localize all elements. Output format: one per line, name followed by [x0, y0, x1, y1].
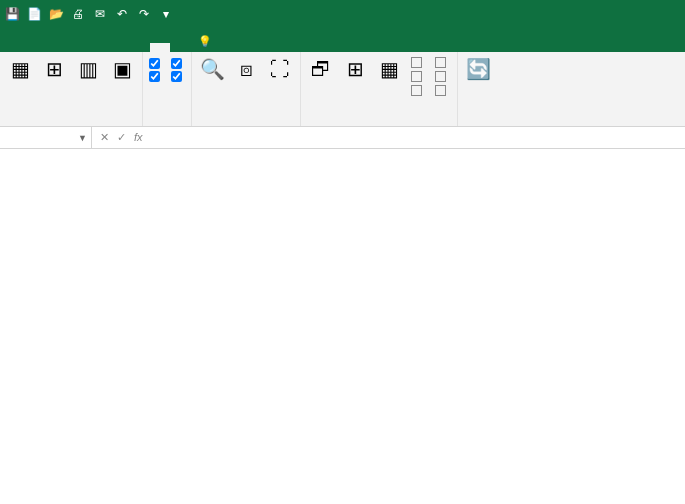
save-icon[interactable]: 💾: [4, 6, 20, 22]
redo-icon[interactable]: ↷: [136, 6, 152, 22]
enter-icon[interactable]: ✓: [117, 131, 126, 144]
arrange-all-button[interactable]: ⊞: [339, 54, 371, 86]
ribbon-tabs: 💡: [0, 28, 685, 52]
unhide-icon: [411, 85, 422, 96]
namebox-dropdown-icon[interactable]: ▼: [78, 133, 87, 143]
tab-home[interactable]: [30, 43, 50, 52]
sync-icon: [435, 71, 446, 82]
open-icon[interactable]: 📂: [48, 6, 64, 22]
zoom100-button[interactable]: ⧇: [230, 54, 262, 86]
hide-icon: [411, 71, 422, 82]
tab-view[interactable]: [150, 43, 170, 52]
zoom-button[interactable]: 🔍: [196, 54, 228, 86]
split-button[interactable]: [409, 56, 427, 69]
ribbon: ▦ ⊞ ▥ ▣ 🔍 ⧇ ⛶: [0, 52, 685, 127]
formulabar-checkbox[interactable]: [171, 58, 185, 69]
new-icon[interactable]: 📄: [26, 6, 42, 22]
tab-data[interactable]: [110, 43, 130, 52]
name-box[interactable]: ▼: [0, 127, 92, 148]
custom-view-icon: ▣: [109, 56, 135, 82]
gridlines-checkbox[interactable]: [149, 71, 163, 82]
ruler-checkbox[interactable]: [149, 58, 163, 69]
tab-review[interactable]: [130, 43, 150, 52]
switch-window-button[interactable]: 🔄: [462, 54, 494, 86]
pagelayout-icon: ▥: [75, 56, 101, 82]
tab-developer[interactable]: [170, 43, 190, 52]
cancel-icon[interactable]: ✕: [100, 131, 109, 144]
switch-icon: 🔄: [465, 56, 491, 82]
pagebreak-icon: ⊞: [41, 56, 67, 82]
tab-pagelayout[interactable]: [70, 43, 90, 52]
tab-formulas[interactable]: [90, 43, 110, 52]
name-box-input[interactable]: [4, 132, 64, 144]
reset-pos-button[interactable]: [433, 84, 451, 97]
custom-view-button[interactable]: ▣: [106, 54, 138, 86]
new-window-button[interactable]: 🗗: [305, 54, 337, 86]
side-by-side-button[interactable]: [433, 56, 451, 69]
group-zoom: 🔍 ⧇ ⛶: [192, 52, 301, 126]
freeze-icon: ▦: [376, 56, 402, 82]
unhide-button[interactable]: [409, 84, 427, 97]
tab-file[interactable]: [10, 43, 30, 52]
group-show: [143, 52, 192, 126]
group-switch: 🔄: [458, 52, 498, 126]
reset-icon: [435, 85, 446, 96]
quick-access-toolbar: 💾 📄 📂 🖨 ✉ ↶ ↷ ▾: [4, 6, 174, 22]
zoom-icon: 🔍: [199, 56, 225, 82]
split-icon: [411, 57, 422, 68]
formula-input[interactable]: [151, 132, 685, 144]
hide-button[interactable]: [409, 70, 427, 83]
headings-checkbox[interactable]: [171, 71, 185, 82]
pagebreak-view-button[interactable]: ⊞: [38, 54, 70, 86]
zoom100-icon: ⧇: [233, 56, 259, 82]
group-workbook-views: ▦ ⊞ ▥ ▣: [0, 52, 143, 126]
pagelayout-view-button[interactable]: ▥: [72, 54, 104, 86]
new-window-icon: 🗗: [308, 56, 334, 82]
tell-me[interactable]: 💡: [198, 35, 216, 52]
bulb-icon: 💡: [198, 35, 212, 48]
group-window: 🗗 ⊞ ▦: [301, 52, 458, 126]
side-icon: [435, 57, 446, 68]
normal-view-icon: ▦: [7, 56, 33, 82]
qat-more-icon[interactable]: ▾: [158, 6, 174, 22]
tab-insert[interactable]: [50, 43, 70, 52]
undo-icon[interactable]: ↶: [114, 6, 130, 22]
normal-view-button[interactable]: ▦: [4, 54, 36, 86]
freeze-panes-button[interactable]: ▦: [373, 54, 405, 86]
sync-scroll-button[interactable]: [433, 70, 451, 83]
title-bar: 💾 📄 📂 🖨 ✉ ↶ ↷ ▾: [0, 0, 685, 28]
arrange-icon: ⊞: [342, 56, 368, 82]
formula-bar: ▼ ✕ ✓ fx: [0, 127, 685, 149]
formula-icons: ✕ ✓ fx: [92, 131, 151, 144]
quickprint-icon[interactable]: 🖨: [70, 6, 86, 22]
fx-icon[interactable]: fx: [134, 131, 143, 144]
zoom-selection-button[interactable]: ⛶: [264, 54, 296, 86]
zoom-selection-icon: ⛶: [267, 56, 293, 82]
email-icon[interactable]: ✉: [92, 6, 108, 22]
